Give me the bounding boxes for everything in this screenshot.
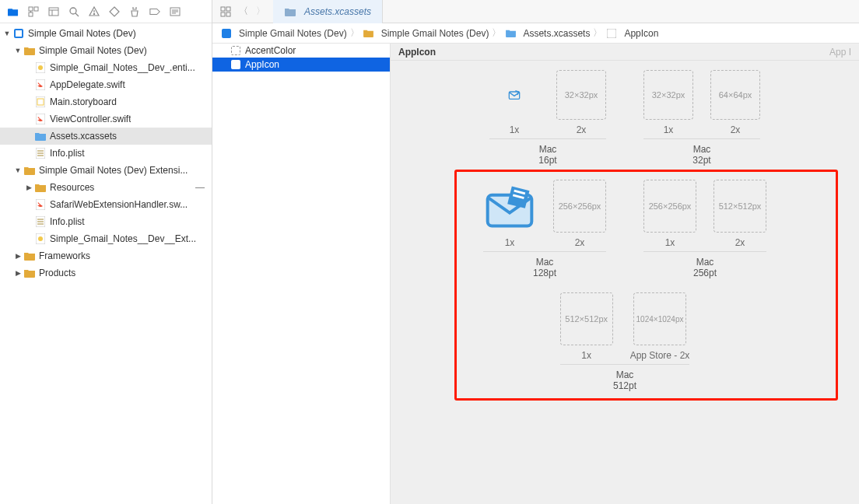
tree-label: Simple Gmail Notes (Dev) Extensi... <box>39 165 188 176</box>
symbol-navigator-icon[interactable] <box>48 6 59 17</box>
asset-app-icon[interactable]: AppIcon <box>212 58 390 72</box>
icon-slot[interactable]: 512×512px 1x <box>560 292 613 361</box>
test-navigator-icon[interactable] <box>109 6 120 17</box>
tree-label: Simple Gmail Notes (Dev) <box>28 28 136 39</box>
chevron-down-icon[interactable]: ▼ <box>3 30 11 37</box>
crumb-label[interactable]: Assets.xcassets <box>523 28 590 39</box>
group-subtitle: 16pt <box>538 155 556 166</box>
chevron-right-icon[interactable]: ▶ <box>25 184 33 191</box>
size-label: 256×256px <box>649 201 692 211</box>
icon-slot[interactable]: 1x <box>489 70 539 135</box>
asset-catalog-list[interactable]: AccentColor AppIcon <box>212 44 391 504</box>
tree-folder[interactable]: ▶ Frameworks <box>0 247 212 264</box>
tab-assets[interactable]: Assets.xcassets <box>273 0 383 23</box>
plist-file-icon <box>34 215 47 228</box>
folder-navigator-icon[interactable] <box>8 6 19 17</box>
icon-slot[interactable]: 32×32px 2x <box>556 70 606 135</box>
svg-line-8 <box>75 13 79 16</box>
tree-file[interactable]: Simple_Gmail_Notes__Dev_.enti... <box>0 59 212 76</box>
editor-canvas[interactable]: 1x 32×32px 2x Mac 16pt <box>391 61 859 504</box>
source-control-icon[interactable] <box>28 6 39 17</box>
scale-label: 2x <box>575 237 585 248</box>
chevron-down-icon[interactable]: ▼ <box>14 166 22 174</box>
scale-label: App Store - 2x <box>630 350 690 361</box>
swift-file-icon <box>34 113 47 125</box>
icon-slot[interactable]: 256×256px 2x <box>553 180 606 248</box>
chevron-down-icon[interactable]: ▼ <box>14 47 22 54</box>
tree-folder[interactable]: ▼ Simple Gmail Notes (Dev) <box>0 42 212 59</box>
tree-file[interactable]: Main.storyboard <box>0 93 212 110</box>
scale-label: 2x <box>735 237 745 248</box>
icon-slot[interactable]: 256×256px 1x <box>643 180 696 248</box>
breadcrumb[interactable]: Simple Gmail Notes (Dev) 〉 Simple Gmail … <box>212 23 859 44</box>
size-label: 256×256px <box>559 201 601 211</box>
tree-folder[interactable]: ▶ Products <box>0 264 212 282</box>
tree-file[interactable]: Info.plist <box>0 213 212 230</box>
svg-rect-39 <box>607 29 616 38</box>
group-title: Mac <box>693 144 711 155</box>
report-navigator-icon[interactable] <box>170 6 181 17</box>
crumb-label[interactable]: AppIcon <box>624 28 658 39</box>
icon-slot[interactable]: 1024×1024px App Store - 2x <box>630 292 690 361</box>
entitlements-file-icon <box>34 61 47 74</box>
chevron-right-icon[interactable]: ▶ <box>14 269 22 277</box>
asset-label: AccentColor <box>245 45 296 56</box>
tree-folder[interactable]: ▼ Simple Gmail Notes (Dev) Extensi... <box>0 162 212 179</box>
icon-group-mac-16pt: 1x 32×32px 2x Mac 16pt <box>489 70 606 166</box>
tree-label: AppDelegate.swift <box>50 79 125 90</box>
tree-label: SafariWebExtensionHandler.sw... <box>50 199 188 210</box>
icon-slot[interactable]: 1x <box>483 180 536 248</box>
crumb-label[interactable]: Simple Gmail Notes (Dev) <box>239 28 347 39</box>
crumb-label[interactable]: Simple Gmail Notes (Dev) <box>381 28 489 39</box>
tree-folder[interactable]: ▶ Resources — <box>0 179 212 196</box>
chevron-right-icon: 〉 <box>350 26 359 40</box>
svg-rect-36 <box>221 12 225 16</box>
nav-back-icon[interactable]: 〈 <box>239 5 248 18</box>
tree-file-assets[interactable]: Assets.xcassets <box>0 128 212 145</box>
minus-indicator: — <box>195 182 205 193</box>
icon-group-mac-128pt: 1x 256×256px 2x Mac 128pt <box>483 180 606 278</box>
svg-rect-35 <box>226 7 230 11</box>
icon-group-mac-512pt: 512×512px 1x 1024×1024px App Store - 2x … <box>560 292 690 391</box>
scale-label: 2x <box>577 124 587 135</box>
assets-file-icon <box>34 130 47 142</box>
find-navigator-icon[interactable] <box>68 6 79 17</box>
swift-file-icon <box>34 79 47 91</box>
tab-bar: 〈 〉 Assets.xcassets <box>212 0 859 23</box>
tree-label: Frameworks <box>39 250 90 261</box>
xcode-project-icon <box>12 27 25 40</box>
app-icon-preview <box>508 89 521 101</box>
size-label: 512×512px <box>719 201 762 211</box>
related-items-icon[interactable] <box>220 6 231 17</box>
nav-forward-icon[interactable]: 〉 <box>256 5 265 18</box>
swift-file-icon <box>34 198 47 211</box>
tree-project-root[interactable]: ▼ Simple Gmail Notes (Dev) <box>0 25 212 42</box>
size-label: 32×32px <box>652 90 685 100</box>
icon-slot[interactable]: 32×32px 1x <box>643 70 693 135</box>
tree-file[interactable]: AppDelegate.swift <box>0 76 212 93</box>
icon-slot[interactable]: 512×512px 2x <box>713 180 766 248</box>
tree-file[interactable]: SafariWebExtensionHandler.sw... <box>0 196 212 213</box>
group-title: Mac <box>616 369 634 380</box>
tree-file[interactable]: ViewController.swift <box>0 110 212 128</box>
asset-accent-color[interactable]: AccentColor <box>212 44 390 58</box>
tree-file[interactable]: Simple_Gmail_Notes__Dev__Ext... <box>0 230 212 247</box>
icon-slot[interactable]: 64×64px 2x <box>710 70 760 135</box>
debug-navigator-icon[interactable] <box>129 6 140 17</box>
editor-title: AppIcon <box>398 47 436 58</box>
tab-label: Assets.xcassets <box>304 6 371 17</box>
breakpoint-navigator-icon[interactable] <box>149 6 160 17</box>
folder-icon <box>23 164 36 177</box>
asset-editor: AppIcon App I 1x <box>391 44 859 504</box>
svg-rect-38 <box>222 29 231 38</box>
project-tree[interactable]: ▼ Simple Gmail Notes (Dev) ▼ Simple Gmai… <box>0 23 212 504</box>
size-label: 64×64px <box>719 90 752 100</box>
plist-file-icon <box>34 147 47 159</box>
storyboard-file-icon <box>34 96 47 108</box>
tree-file[interactable]: Info.plist <box>0 145 212 162</box>
chevron-right-icon[interactable]: ▶ <box>14 252 22 260</box>
folder-icon <box>23 267 36 279</box>
issue-navigator-icon[interactable] <box>89 6 100 17</box>
tree-label: Main.storyboard <box>50 96 117 107</box>
svg-rect-37 <box>226 12 230 16</box>
